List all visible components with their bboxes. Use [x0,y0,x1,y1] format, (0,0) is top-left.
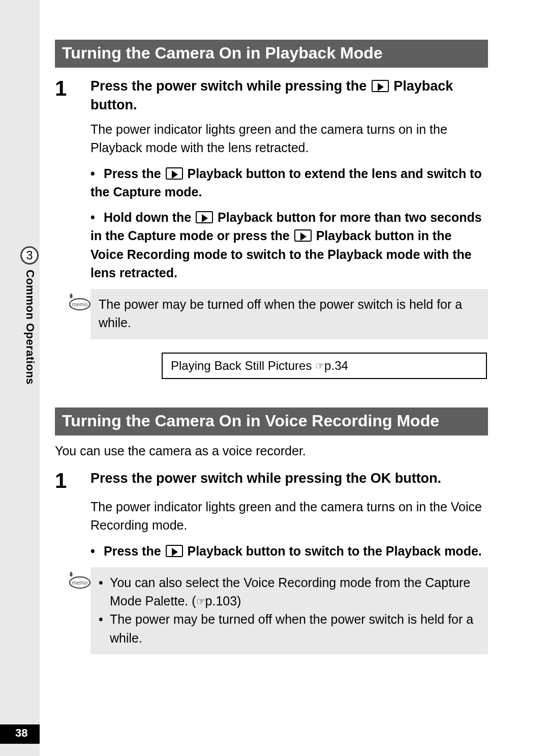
section2-heading: Turning the Camera On in Voice Recording… [55,408,488,435]
step-title: Press the power switch while pressing th… [90,469,488,487]
step-number: 1 [55,78,90,99]
reference-box: Playing Back Still Pictures ☞p.34 [162,353,487,379]
point-icon: ☞ [315,360,324,371]
memo-icon: memo [66,569,92,590]
content-area: Turning the Camera On in Playback Mode 1… [55,40,488,654]
memo-box: memo You can also select the Voice Recor… [90,567,488,654]
section1-heading: Turning the Camera On in Playback Mode [55,40,488,68]
svg-text:memo: memo [72,301,88,307]
page-number: 38 [15,726,27,740]
memo-icon: memo [66,291,92,311]
playback-icon [196,211,213,223]
step-body-text: The power indicator lights green and the… [90,120,488,157]
section2-intro: You can use the camera as a voice record… [55,442,488,460]
memo-item: You can also select the Voice Recording … [99,573,480,610]
playback-icon [166,545,183,557]
section2-step: 1 Press the power switch while pressing … [55,469,488,654]
step-number: 1 [55,470,90,491]
memo-item: The power may be turned off when the pow… [99,610,480,647]
bullet-item: •Hold down the Playback button for more … [90,208,488,282]
bullet-item: •Press the Playback button to switch to … [90,542,488,560]
section1-step: 1 Press the power switch while pressing … [55,77,488,379]
step-title: Press the power switch while pressing th… [90,77,488,114]
manual-page: 3 Common Operations 38 Turning the Camer… [0,0,549,756]
playback-icon [372,80,389,92]
svg-text:memo: memo [72,579,88,586]
memo-text: The power may be turned off when the pow… [99,297,462,330]
step-body-text: The power indicator lights green and the… [90,498,488,535]
chapter-number-badge: 3 [20,246,39,265]
chapter-label: Common Operations [23,270,37,385]
point-icon: ☞ [196,596,205,607]
memo-box: memo The power may be turned off when th… [90,289,488,339]
chapter-number: 3 [26,248,33,263]
playback-icon [294,229,312,242]
memo-list: You can also select the Voice Recording … [99,573,480,647]
bullet-item: •Press the Playback button to extend the… [90,164,488,201]
playback-icon [166,167,183,180]
